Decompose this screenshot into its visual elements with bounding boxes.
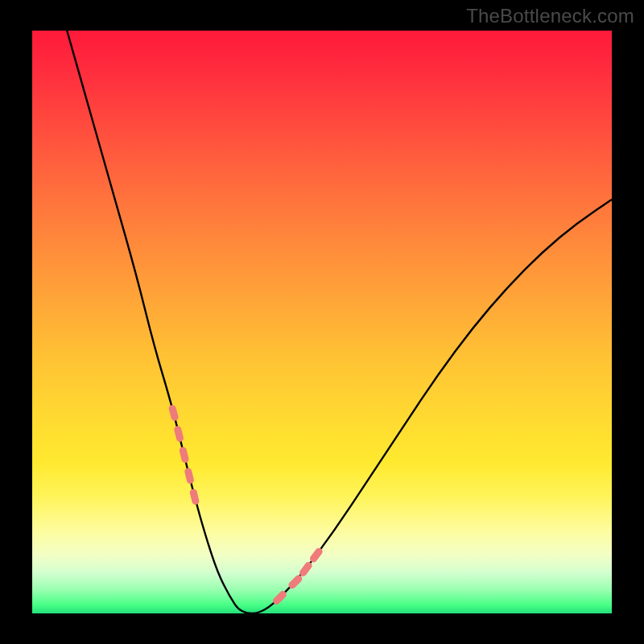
watermark-text: TheBottleneck.com [466, 5, 634, 27]
plot-area [32, 31, 612, 613]
chart-frame: TheBottleneck.com [0, 0, 644, 644]
